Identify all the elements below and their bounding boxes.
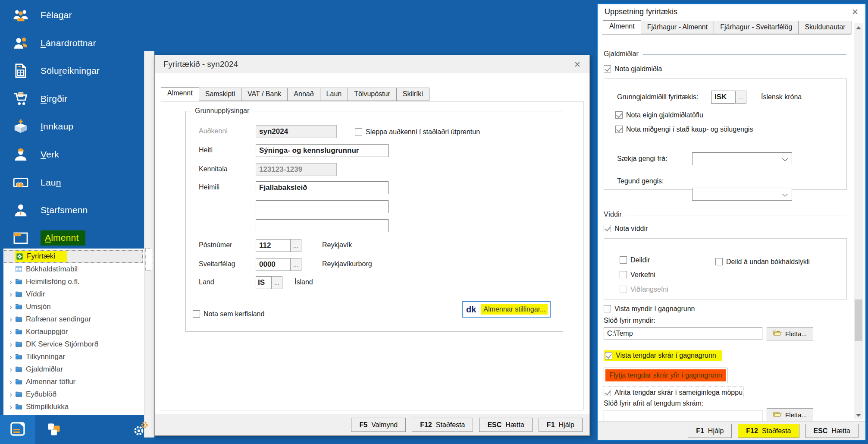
checkbox-box[interactable] <box>620 271 627 278</box>
dialog-button-f12-staðfesta[interactable]: F12Staðfesta <box>412 418 473 432</box>
checkbox-box[interactable] <box>715 258 723 265</box>
tab-vat-bank[interactable]: VAT / Bank <box>241 88 288 101</box>
checkbox-box[interactable] <box>193 310 200 318</box>
panel-button-f1-hjálp[interactable]: F1Hjálp <box>688 424 732 438</box>
checkbox-nota-sem-kerfisland[interactable]: Nota sem kerfisland <box>193 309 264 319</box>
scrollbar-thumb[interactable] <box>855 299 862 341</box>
heimili2-input[interactable] <box>256 200 389 213</box>
bottom-bar-item-windows[interactable] <box>0 415 35 444</box>
tree-item-bokhaldstimabil[interactable]: Bókhaldstímabil <box>4 263 143 275</box>
checkbox-deildir[interactable]: Deildir <box>620 255 650 265</box>
scrollbar-down-icon[interactable] <box>854 411 863 419</box>
tree-item-stimpilklukka[interactable]: ›Stimpilklukka <box>4 400 143 413</box>
slod-myndir-input[interactable]: C:\Temp <box>604 327 762 340</box>
sidebar-item-starfsmenn[interactable]: Starfsmenn <box>0 198 144 223</box>
close-icon[interactable]: ✕ <box>852 7 859 17</box>
tree-item-heimilisfong[interactable]: ›Heimilisföng o.fl. <box>4 275 143 288</box>
tree-item-fyrirtaeki[interactable]: Fyrirtæki <box>4 250 143 263</box>
grunngjaldmidill-input[interactable]: ISK <box>711 91 735 104</box>
tree-item-dk-service-stjornbord[interactable]: ›DK Service Stjórnborð <box>4 338 143 350</box>
scrollbar-up-icon[interactable] <box>854 23 863 32</box>
expand-chevron-icon[interactable]: › <box>6 390 15 398</box>
dialog-button-f1-hjálp[interactable]: F1Hjálp <box>539 418 583 432</box>
tree-item-viddir[interactable]: ›Víddir <box>4 288 143 300</box>
tab-almennt[interactable]: Almennt <box>161 87 199 101</box>
expand-chevron-icon[interactable]: › <box>6 403 15 411</box>
tree-item-almennar-toflur[interactable]: ›Almennar töflur <box>4 375 143 388</box>
grunngjaldmidill-browse-button[interactable]: … <box>735 91 746 104</box>
close-icon[interactable]: ✕ <box>574 60 581 69</box>
panel-scrollbar[interactable] <box>854 23 863 419</box>
checkbox-box[interactable] <box>615 111 623 119</box>
checkbox-nota-midgengi[interactable]: Nota miðgengi í stað kaup- og sölugengis <box>615 124 753 134</box>
tab-almennt[interactable]: Almennt <box>603 20 641 34</box>
tab-samskipti[interactable]: Samskipti <box>199 88 241 101</box>
flytja-tengdar-skrar-button[interactable]: Flytja tengdar skrár yfir í gagnagrunn <box>604 368 727 383</box>
checkbox-deild-a-undan[interactable]: Deild á undan bókhaldslykli <box>715 257 810 267</box>
checkbox-box[interactable] <box>355 128 362 135</box>
checkbox-nota-gjaldmidla[interactable]: Nota gjaldmiðla <box>604 64 662 74</box>
sidebar-item-birgdir[interactable]: Birgðir <box>0 86 144 111</box>
almennar-stillingar-button[interactable]: dk Almennar stillingar... <box>462 301 551 318</box>
checkbox-box[interactable] <box>604 389 611 396</box>
checkbox-box[interactable] <box>604 225 611 232</box>
checkbox-sleppa-audkenni[interactable]: Sleppa auðkenni í staðlaðri útprentun <box>355 127 480 137</box>
sidebar-scrollbar[interactable] <box>144 51 154 438</box>
tab-skilríki[interactable]: Skilríki <box>396 88 429 101</box>
expand-chevron-icon[interactable]: › <box>6 303 15 311</box>
checkbox-vista-tengdar-skrar[interactable]: Vista tengdar skrár í gagnagrunn <box>604 350 722 361</box>
sidebar-item-felagar[interactable]: Félagar <box>0 3 144 28</box>
panel-button-esc-hætta[interactable]: ESCHætta <box>805 424 859 438</box>
sidebar-item-verk[interactable]: Verk <box>0 142 144 167</box>
postnumer-browse-button[interactable]: … <box>290 239 301 252</box>
tab-skuldunautar[interactable]: Skuldunautar <box>798 21 852 34</box>
tab-fjárhagur---sveitarfélög[interactable]: Fjárhagur - Sveitarfélög <box>714 21 799 34</box>
checkbox-box[interactable] <box>604 65 611 72</box>
postnumer-input[interactable]: 112 <box>256 239 290 252</box>
panel-titlebar[interactable]: Uppsetning fyrirtækis ✕ <box>598 4 865 19</box>
tree-item-umsjon[interactable]: ›Umsjón <box>4 300 143 313</box>
expand-chevron-icon[interactable]: › <box>6 278 15 286</box>
sidebar-item-lanardrottnar[interactable]: Lánardrottnar <box>0 31 144 56</box>
expand-chevron-icon[interactable]: › <box>6 340 15 348</box>
expand-chevron-icon[interactable]: › <box>6 290 15 298</box>
heimili3-input[interactable] <box>256 219 389 232</box>
checkbox-box[interactable] <box>615 126 623 133</box>
dialog-button-f5-valmynd[interactable]: F5Valmynd <box>351 418 406 432</box>
tree-item-eydublod[interactable]: ›Eyðublöð <box>4 388 143 400</box>
expand-chevron-icon[interactable]: › <box>6 315 15 323</box>
checkbox-box[interactable] <box>620 256 627 264</box>
dialog-titlebar[interactable]: Fyrirtækið - syn2024 ✕ <box>155 55 589 73</box>
heimili-input[interactable]: Fjallabaksleið <box>256 181 389 194</box>
bottom-bar-item-addons[interactable] <box>41 415 67 444</box>
sidebar-item-laun[interactable]: Laun <box>0 170 144 195</box>
checkbox-afrita-tengdar-skrar[interactable]: Afrita tengdar skrár í sameiginlega möpp… <box>604 387 743 397</box>
expand-chevron-icon[interactable]: › <box>6 353 15 361</box>
panel-button-f12-staðfesta[interactable]: F12Staðfesta <box>738 424 799 438</box>
dialog-button-esc-hætta[interactable]: ESCHætta <box>479 418 532 432</box>
saekja-gengi-select[interactable] <box>692 152 792 165</box>
tab-annað[interactable]: Annað <box>287 88 320 101</box>
expand-chevron-icon[interactable]: › <box>6 365 15 373</box>
fletta-afrit-button[interactable]: Fletta... <box>767 408 813 422</box>
fletta-myndir-button[interactable]: Fletta... <box>767 327 813 340</box>
heiti-input[interactable]: Sýninga- og kennslugrunnur <box>256 144 389 157</box>
land-input[interactable]: IS <box>256 276 271 289</box>
checkbox-vista-myndir[interactable]: Vista myndir í gagnagrunn <box>604 304 695 314</box>
checkbox-box[interactable] <box>604 305 611 312</box>
tab-fjárhagur---almennt[interactable]: Fjárhagur - Almennt <box>641 21 714 34</box>
expand-chevron-icon[interactable]: › <box>6 378 15 386</box>
checkbox-nota-viddir[interactable]: Nota víddir <box>604 224 648 233</box>
checkbox-verkefni[interactable]: Verkefni <box>620 270 655 280</box>
sidebar-item-almennt[interactable]: Almennt <box>0 226 144 251</box>
tree-item-kortauppgjor[interactable]: ›Kortauppgjör <box>4 325 143 338</box>
tab-laun[interactable]: Laun <box>320 88 348 101</box>
sveitarfelag-browse-button[interactable]: … <box>290 258 301 271</box>
tree-item-rafraenar-sendingar[interactable]: ›Rafrænar sendingar <box>4 313 143 325</box>
checkbox-box[interactable] <box>605 352 612 359</box>
tree-item-gjaldmidlar[interactable]: ›Gjaldmiðlar <box>4 363 143 375</box>
sidebar-item-innkaup[interactable]: Innkaup <box>0 114 144 139</box>
tab-tölvupóstur[interactable]: Tölvupóstur <box>348 88 397 101</box>
expand-chevron-icon[interactable]: › <box>6 328 15 336</box>
sidebar-item-solureikningar[interactable]: Sölureikningar <box>0 58 144 83</box>
